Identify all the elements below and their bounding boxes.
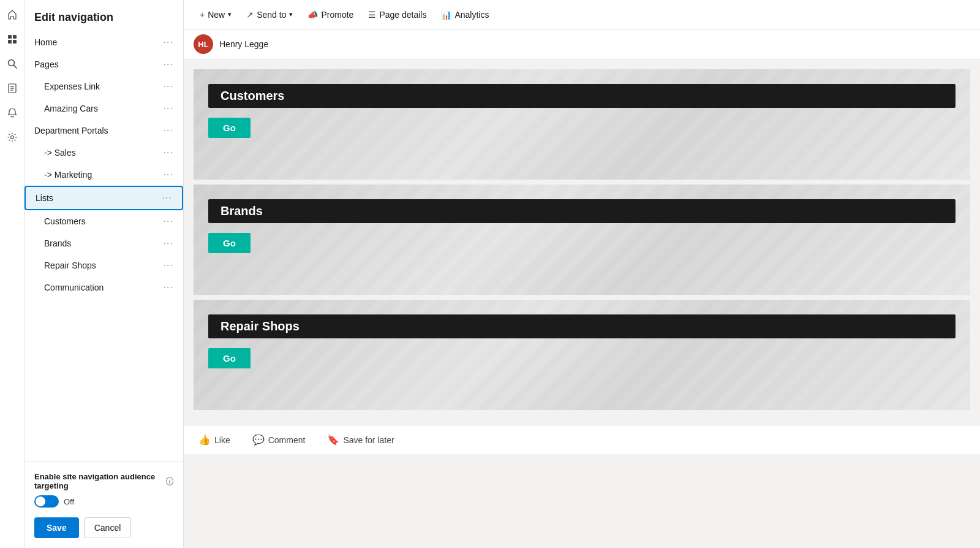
- user-avatar: HL: [194, 34, 213, 54]
- toggle-knob: [36, 497, 45, 506]
- settings-icon[interactable]: [2, 127, 22, 147]
- toggle-state-label: Off: [64, 497, 74, 506]
- svg-rect-2: [8, 40, 12, 44]
- brands-card: Brands Go: [194, 185, 970, 295]
- enable-targeting-label: Enable site navigation audience targetin…: [34, 472, 173, 490]
- nav-dots-dept-portals[interactable]: ···: [161, 124, 176, 137]
- comment-icon: 💬: [252, 434, 265, 446]
- send-icon: ↗: [246, 10, 254, 20]
- page-details-button[interactable]: ☰ Page details: [362, 6, 432, 23]
- nav-item-brands[interactable]: Brands ···: [24, 232, 183, 254]
- info-icon[interactable]: i: [166, 477, 173, 485]
- apps-icon[interactable]: [2, 29, 22, 49]
- footer-buttons: Save Cancel: [34, 517, 173, 538]
- brands-go-button[interactable]: Go: [208, 233, 251, 253]
- audience-targeting-toggle[interactable]: [34, 495, 59, 508]
- nav-item-marketing[interactable]: -> Marketing ···: [24, 164, 183, 186]
- analytics-icon: 📊: [441, 10, 451, 20]
- comment-button[interactable]: 💬 Comment: [247, 432, 311, 448]
- nav-dots-brands[interactable]: ···: [161, 237, 176, 250]
- new-button[interactable]: + New ▾: [194, 6, 238, 23]
- nav-dots-repair-shops[interactable]: ···: [161, 259, 176, 272]
- svg-line-5: [13, 66, 17, 69]
- svg-rect-0: [8, 35, 12, 39]
- nav-item-sales[interactable]: -> Sales ···: [24, 142, 183, 164]
- nav-footer: Enable site navigation audience targetin…: [24, 462, 183, 548]
- nav-item-communication[interactable]: Communication ···: [24, 276, 183, 299]
- nav-dots-marketing[interactable]: ···: [161, 168, 176, 181]
- send-chevron-icon: ▾: [289, 10, 293, 18]
- user-header: HL Henry Legge: [184, 29, 980, 59]
- send-to-button[interactable]: ↗ Send to ▾: [240, 6, 299, 23]
- customers-card-title: Customers: [208, 84, 956, 108]
- bookmark-icon: 🔖: [327, 434, 339, 446]
- bell-icon[interactable]: [2, 103, 22, 123]
- home-icon[interactable]: [2, 5, 22, 25]
- search-icon[interactable]: [2, 54, 22, 74]
- brands-card-title: Brands: [208, 199, 956, 223]
- nav-dots-communication[interactable]: ···: [161, 281, 176, 294]
- nav-item-pages[interactable]: Pages ···: [24, 53, 183, 75]
- customers-card: Customers Go: [194, 69, 970, 180]
- nav-item-expenses-link[interactable]: Expenses Link ···: [24, 75, 183, 97]
- nav-dots-lists[interactable]: ···: [160, 191, 175, 205]
- nav-dots-pages[interactable]: ···: [161, 58, 176, 71]
- toolbar: + New ▾ ↗ Send to ▾ 📣 Promote ☰ Page det…: [184, 0, 980, 29]
- nav-dots-customers[interactable]: ···: [161, 215, 176, 228]
- svg-point-10: [10, 136, 13, 139]
- user-name: Henry Legge: [219, 39, 268, 49]
- plus-icon: +: [200, 10, 205, 20]
- save-for-later-button[interactable]: 🔖 Save for later: [322, 432, 399, 448]
- repair-shops-card: Repair Shops Go: [194, 300, 970, 410]
- svg-rect-3: [13, 40, 17, 44]
- nav-item-home[interactable]: Home ···: [24, 31, 183, 53]
- repair-shops-card-title: Repair Shops: [208, 314, 956, 338]
- edit-nav-panel: Edit navigation Home ··· Pages ··· Expen…: [24, 0, 184, 548]
- nav-dots-home[interactable]: ···: [161, 36, 176, 49]
- page-details-icon: ☰: [368, 10, 376, 20]
- like-icon: 👍: [198, 434, 211, 446]
- action-bar: 👍 Like 💬 Comment 🔖 Save for later: [184, 425, 980, 454]
- icon-rail: [0, 0, 24, 548]
- nav-list: Home ··· Pages ··· Expenses Link ··· Ama…: [24, 31, 183, 462]
- nav-dots-expenses[interactable]: ···: [161, 80, 176, 93]
- analytics-button[interactable]: 📊 Analytics: [435, 6, 495, 23]
- like-button[interactable]: 👍 Like: [194, 432, 235, 448]
- nav-item-department-portals[interactable]: Department Portals ···: [24, 120, 183, 142]
- promote-button[interactable]: 📣 Promote: [301, 6, 360, 23]
- content-scroll[interactable]: HL Henry Legge Customers Go Brands Go Re…: [184, 29, 980, 548]
- nav-dots-sales[interactable]: ···: [161, 146, 176, 159]
- nav-item-repair-shops[interactable]: Repair Shops ···: [24, 254, 183, 276]
- nav-dots-amazing-cars[interactable]: ···: [161, 102, 176, 115]
- customers-go-button[interactable]: Go: [208, 118, 251, 138]
- cards-area: Customers Go Brands Go Repair Shops Go: [184, 59, 980, 425]
- new-chevron-icon: ▾: [228, 10, 232, 18]
- promote-icon: 📣: [307, 10, 318, 20]
- repair-shops-go-button[interactable]: Go: [208, 348, 251, 368]
- nav-item-lists[interactable]: Lists ···: [24, 186, 183, 210]
- page-icon[interactable]: [2, 78, 22, 98]
- save-button[interactable]: Save: [34, 517, 79, 538]
- svg-rect-1: [13, 35, 17, 39]
- cancel-button[interactable]: Cancel: [84, 517, 132, 538]
- toggle-row: Off: [34, 495, 173, 508]
- panel-title: Edit navigation: [24, 0, 183, 31]
- nav-item-amazing-cars[interactable]: Amazing Cars ···: [24, 97, 183, 120]
- main-area: + New ▾ ↗ Send to ▾ 📣 Promote ☰ Page det…: [184, 0, 980, 548]
- nav-item-customers[interactable]: Customers ···: [24, 210, 183, 232]
